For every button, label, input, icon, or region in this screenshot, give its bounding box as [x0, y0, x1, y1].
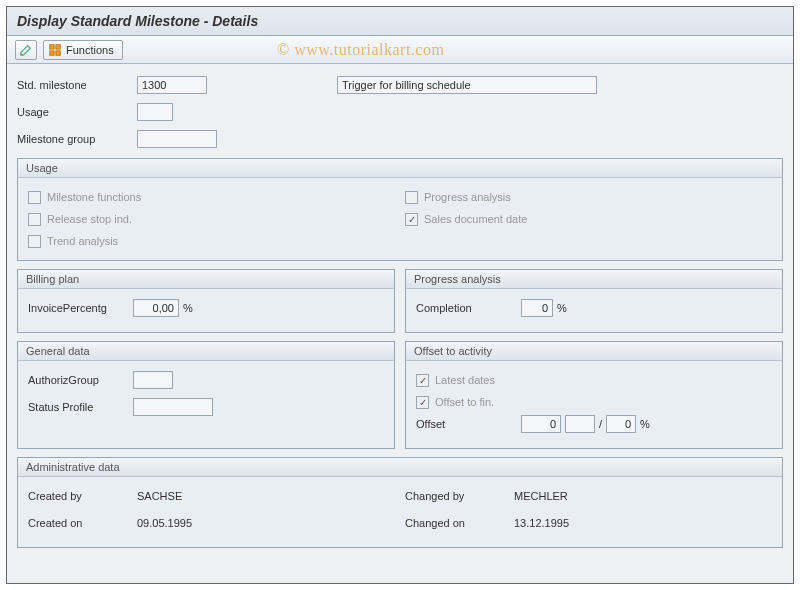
offset-value3-field[interactable] — [606, 415, 636, 433]
authoriz-group-field[interactable] — [133, 371, 173, 389]
created-by-label: Created by — [28, 490, 133, 502]
title-bar: Display Standard Milestone - Details — [7, 7, 793, 36]
progress-analysis-checkbox: Progress analysis — [405, 186, 772, 208]
offset-value1-field[interactable] — [521, 415, 561, 433]
changed-by-label: Changed by — [405, 490, 510, 502]
completion-field[interactable] — [521, 299, 553, 317]
app-window: Display Standard Milestone - Details Fun… — [6, 6, 794, 584]
svg-rect-3 — [56, 50, 60, 54]
offset-to-fin-checkbox: Offset to fin. — [416, 391, 772, 413]
invoice-pct-label: InvoicePercentg — [28, 302, 133, 314]
milestone-group-field[interactable] — [137, 130, 217, 148]
functions-button[interactable]: Functions — [43, 40, 123, 60]
usage-groupbox-header: Usage — [18, 159, 782, 178]
authoriz-group-label: AuthorizGroup — [28, 374, 133, 386]
completion-label: Completion — [416, 302, 521, 314]
latest-dates-checkbox: Latest dates — [416, 369, 772, 391]
progress-analysis-groupbox: Progress analysis Completion % — [405, 269, 783, 333]
admin-data-groupbox: Administrative data Created by SACHSE Cr… — [17, 457, 783, 548]
svg-rect-1 — [56, 44, 60, 48]
edit-button[interactable] — [15, 40, 37, 60]
billing-plan-groupbox: Billing plan InvoicePercentg % — [17, 269, 395, 333]
std-milestone-label: Std. milestone — [17, 79, 137, 91]
std-milestone-field[interactable] — [137, 76, 207, 94]
changed-on-value: 13.12.1995 — [510, 517, 569, 529]
milestone-group-label: Milestone group — [17, 133, 137, 145]
milestone-functions-checkbox: Milestone functions — [28, 186, 395, 208]
svg-rect-0 — [50, 44, 54, 48]
status-profile-field[interactable] — [133, 398, 213, 416]
page-title: Display Standard Milestone - Details — [17, 13, 258, 29]
status-profile-label: Status Profile — [28, 401, 133, 413]
sales-doc-date-checkbox: Sales document date — [405, 208, 772, 230]
header-fields: Std. milestone Usage Milestone group — [17, 74, 783, 150]
content-area: Std. milestone Usage Milestone group Usa… — [7, 64, 793, 558]
created-on-label: Created on — [28, 517, 133, 529]
changed-by-value: MECHLER — [510, 490, 568, 502]
usage-label: Usage — [17, 106, 137, 118]
usage-field[interactable] — [137, 103, 173, 121]
usage-groupbox: Usage Milestone functions Release stop i… — [17, 158, 783, 261]
offset-label: Offset — [416, 418, 521, 430]
changed-on-label: Changed on — [405, 517, 510, 529]
trend-analysis-checkbox: Trend analysis — [28, 230, 395, 252]
release-stop-checkbox: Release stop ind. — [28, 208, 395, 230]
functions-label: Functions — [66, 44, 114, 56]
general-data-groupbox: General data AuthorizGroup Status Profil… — [17, 341, 395, 449]
created-on-value: 09.05.1995 — [133, 517, 192, 529]
description-field[interactable] — [337, 76, 597, 94]
offset-groupbox: Offset to activity Latest dates Offset t… — [405, 341, 783, 449]
toolbar: Functions — [7, 36, 793, 64]
invoice-pct-field[interactable] — [133, 299, 179, 317]
svg-rect-2 — [50, 50, 54, 54]
created-by-value: SACHSE — [133, 490, 182, 502]
offset-value2-field[interactable] — [565, 415, 595, 433]
